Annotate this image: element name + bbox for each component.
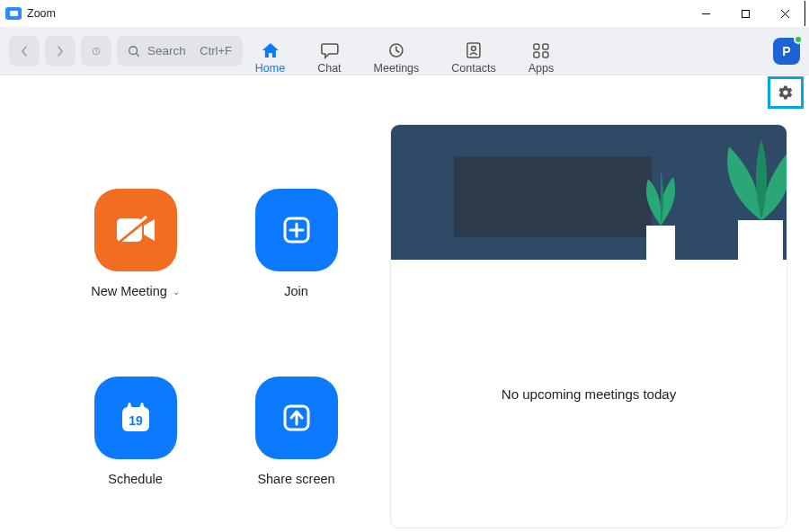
action-new-meeting: New Meeting ⌄ [68, 189, 202, 341]
main-content: New Meeting ⌄ Join 19 [0, 110, 809, 528]
titlebar-left: Zoom [5, 7, 56, 20]
svg-line-6 [137, 53, 139, 56]
new-meeting-button[interactable] [94, 189, 177, 271]
search-field[interactable]: Search Ctrl+F [117, 36, 243, 66]
tab-home[interactable]: Home [255, 36, 285, 75]
join-button[interactable] [255, 189, 338, 271]
profile-area: P [773, 38, 800, 65]
svg-rect-22 [128, 403, 130, 408]
app-title: Zoom [27, 7, 56, 20]
tab-apps[interactable]: Apps [529, 36, 555, 75]
svg-point-9 [472, 47, 476, 51]
upcoming-card: No upcoming meetings today [390, 124, 787, 528]
video-icon [114, 215, 157, 245]
chevron-down-icon: ⌄ [173, 287, 180, 297]
svg-rect-27 [646, 226, 675, 260]
action-label: Schedule [108, 472, 162, 486]
quick-actions: New Meeting ⌄ Join 19 [22, 119, 363, 528]
settings-highlight [768, 76, 804, 109]
plant-decoration [634, 161, 688, 260]
tab-contacts[interactable]: Contacts [451, 36, 495, 75]
settings-button[interactable] [772, 81, 799, 104]
apps-icon [531, 41, 551, 59]
action-label: Share screen [257, 472, 334, 486]
nav-back-button[interactable] [9, 36, 40, 66]
share-screen-button[interactable] [255, 377, 338, 459]
new-meeting-label-row[interactable]: New Meeting ⌄ [91, 284, 180, 298]
action-schedule: 19 Schedule [68, 377, 202, 528]
presence-indicator [794, 35, 803, 44]
action-join: Join [229, 189, 363, 341]
avatar[interactable]: P [773, 38, 800, 65]
search-icon [128, 45, 140, 58]
svg-rect-24 [140, 403, 143, 408]
nav-left: Search Ctrl+F [9, 36, 243, 66]
action-label: New Meeting [91, 284, 167, 298]
svg-text:19: 19 [129, 413, 143, 428]
tab-chat[interactable]: Chat [317, 36, 341, 75]
svg-rect-1 [742, 10, 749, 17]
search-hotkey: Ctrl+F [200, 44, 232, 58]
share-icon [279, 400, 315, 436]
svg-rect-12 [534, 52, 539, 58]
svg-rect-28 [738, 220, 783, 260]
action-share-screen: Share screen [229, 377, 363, 528]
zoom-app-icon [5, 7, 22, 20]
window-controls [686, 0, 807, 27]
clock-area [454, 156, 652, 237]
minimize-button[interactable] [686, 0, 725, 27]
tab-label: Chat [317, 62, 341, 75]
toolbar: Search Ctrl+F Home Chat Meetings [0, 27, 809, 75]
nav-forward-button[interactable] [45, 36, 76, 66]
action-label: Join [284, 284, 308, 298]
plus-icon [279, 212, 315, 248]
tab-meetings[interactable]: Meetings [374, 36, 420, 75]
svg-rect-11 [543, 44, 548, 49]
contacts-icon [464, 41, 484, 59]
meetings-icon [387, 41, 406, 59]
avatar-initial: P [782, 44, 790, 58]
tab-label: Meetings [374, 62, 420, 75]
plant-decoration [702, 134, 787, 260]
main-tabs: Home Chat Meetings Contacts Apps [255, 27, 554, 75]
history-button[interactable] [81, 36, 111, 66]
svg-rect-13 [543, 52, 548, 58]
close-button[interactable] [765, 0, 805, 27]
settings-row [0, 75, 809, 110]
titlebar: Zoom [0, 0, 809, 27]
tab-label: Contacts [451, 62, 495, 75]
chat-icon [319, 41, 339, 59]
calendar-icon: 19 [116, 398, 156, 438]
tab-label: Apps [529, 62, 555, 75]
search-placeholder: Search [147, 44, 186, 58]
upcoming-body: No upcoming meetings today [391, 260, 787, 528]
gear-icon [778, 84, 794, 101]
tab-label: Home [255, 62, 285, 75]
svg-rect-10 [534, 44, 539, 49]
home-icon [261, 41, 280, 59]
empty-state-text: No upcoming meetings today [502, 386, 676, 402]
titlebar-separator [805, 1, 805, 26]
maximize-button[interactable] [725, 0, 765, 27]
hero-image [391, 125, 787, 260]
schedule-button[interactable]: 19 [94, 377, 177, 459]
